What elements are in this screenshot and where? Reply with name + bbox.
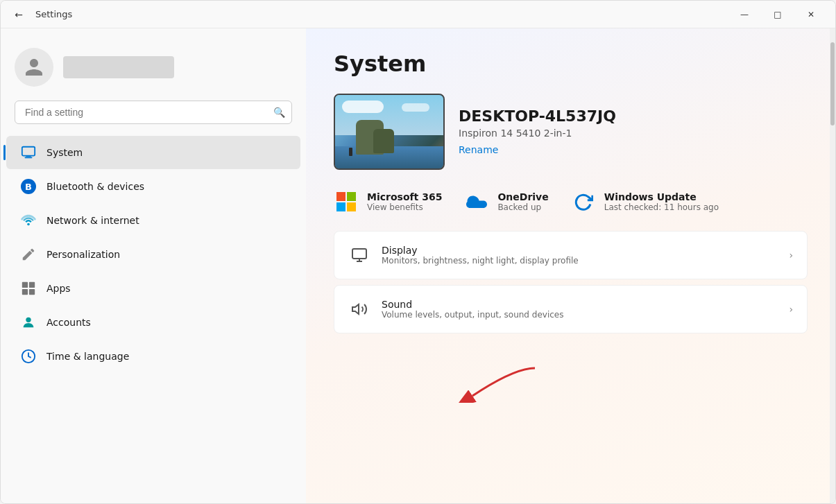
sound-chevron: ›	[789, 304, 793, 315]
display-icon	[348, 244, 370, 266]
svg-point-8	[26, 318, 31, 322]
bluetooth-icon: B	[20, 178, 37, 195]
sidebar-nav: System B Bluetooth & devices	[1, 135, 306, 374]
back-button[interactable]: ←	[9, 5, 28, 24]
apps-icon	[20, 280, 37, 297]
svg-rect-2	[25, 157, 33, 158]
scrollbar-thumb	[830, 42, 835, 125]
main-content: System DESKTOP-4L537JQ Inspiron 14 5410 …	[306, 28, 835, 503]
svg-rect-5	[29, 282, 35, 288]
search-box: 🔍	[15, 101, 292, 124]
setting-sound-left: Sound Volume levels, output, input, soun…	[348, 298, 563, 320]
device-info: DESKTOP-4L537JQ Inspiron 14 5410 2-in-1 …	[459, 107, 808, 156]
accounts-icon	[20, 314, 37, 331]
titlebar-title: Settings	[35, 9, 72, 19]
onedrive-subtitle: Backed up	[497, 202, 548, 212]
sidebar-item-network[interactable]: Network & internet	[6, 204, 300, 237]
titlebar-left: ← Settings	[9, 5, 72, 24]
microsoft365-subtitle[interactable]: View benefits	[367, 202, 442, 212]
setting-sound-sub: Volume levels, output, input, sound devi…	[382, 310, 563, 320]
sidebar-item-apps[interactable]: Apps	[6, 272, 300, 305]
user-profile	[1, 40, 306, 101]
setting-display-left: Display Monitors, brightness, night ligh…	[348, 244, 579, 266]
minimize-button[interactable]: —	[728, 3, 760, 26]
onedrive-icon	[464, 189, 489, 214]
personalization-icon	[20, 246, 37, 263]
close-button[interactable]: ✕	[795, 3, 827, 26]
svg-rect-6	[22, 289, 28, 295]
windowsupdate-subtitle: Last checked: 11 hours ago	[604, 202, 719, 212]
setting-display-title: Display	[382, 245, 579, 256]
content-area: 🔍 System B	[1, 28, 835, 503]
setting-row-display[interactable]: Display Monitors, brightness, night ligh…	[334, 231, 808, 279]
sidebar-item-bluetooth[interactable]: B Bluetooth & devices	[6, 170, 300, 203]
onedrive-card: OneDrive Backed up	[464, 189, 548, 214]
search-input[interactable]	[15, 101, 292, 124]
sidebar-item-accounts-label: Accounts	[46, 317, 91, 328]
avatar	[15, 48, 53, 87]
maximize-button[interactable]: □	[762, 3, 794, 26]
username-placeholder	[63, 56, 174, 78]
network-icon	[20, 212, 37, 229]
device-card: DESKTOP-4L537JQ Inspiron 14 5410 2-in-1 …	[334, 94, 808, 170]
windowsupdate-title: Windows Update	[604, 191, 719, 202]
system-icon	[20, 144, 37, 161]
microsoft365-card: Microsoft 365 View benefits	[334, 189, 442, 214]
scrollbar[interactable]	[830, 28, 835, 503]
device-rename-link[interactable]: Rename	[459, 144, 498, 155]
sidebar: 🔍 System B	[1, 28, 306, 503]
time-icon	[20, 348, 37, 365]
setting-display-info: Display Monitors, brightness, night ligh…	[382, 245, 579, 266]
windowsupdate-text: Windows Update Last checked: 11 hours ag…	[604, 191, 719, 212]
settings-window: ← Settings — □ ✕	[0, 0, 836, 504]
sidebar-item-apps-label: Apps	[46, 283, 71, 294]
sidebar-item-network-label: Network & internet	[46, 215, 139, 226]
sidebar-item-time[interactable]: Time & language	[6, 340, 300, 373]
sidebar-item-personalization[interactable]: Personalization	[6, 238, 300, 271]
sidebar-item-personalization-label: Personalization	[46, 249, 120, 260]
sidebar-item-system[interactable]: System	[6, 136, 300, 169]
titlebar: ← Settings — □ ✕	[1, 1, 835, 28]
device-model: Inspiron 14 5410 2-in-1	[459, 128, 808, 139]
titlebar-controls: — □ ✕	[728, 3, 827, 26]
sidebar-item-time-label: Time & language	[46, 351, 129, 362]
page-title: System	[334, 51, 808, 77]
microsoft365-text: Microsoft 365 View benefits	[367, 191, 442, 212]
search-icon: 🔍	[273, 107, 285, 118]
display-chevron: ›	[789, 250, 793, 261]
sound-icon	[348, 298, 370, 320]
svg-rect-0	[22, 147, 35, 156]
device-image	[334, 94, 445, 170]
windowsupdate-card: Windows Update Last checked: 11 hours ag…	[571, 189, 719, 214]
onedrive-text: OneDrive Backed up	[497, 191, 548, 212]
arrow-annotation	[459, 361, 542, 406]
microsoft365-icon	[334, 189, 359, 214]
microsoft365-title: Microsoft 365	[367, 191, 442, 202]
setting-sound-info: Sound Volume levels, output, input, soun…	[382, 299, 563, 320]
windowsupdate-icon	[571, 189, 596, 214]
svg-rect-4	[22, 282, 28, 288]
onedrive-title: OneDrive	[497, 191, 548, 202]
svg-point-3	[27, 223, 30, 226]
sidebar-item-system-label: System	[46, 147, 83, 158]
settings-list: Display Monitors, brightness, night ligh…	[334, 231, 808, 333]
svg-rect-1	[26, 156, 31, 157]
sidebar-item-bluetooth-label: Bluetooth & devices	[46, 181, 144, 192]
svg-rect-10	[352, 249, 366, 259]
setting-display-sub: Monitors, brightness, night light, displ…	[382, 256, 579, 266]
info-cards: Microsoft 365 View benefits OneDrive Bac…	[334, 189, 808, 214]
device-name: DESKTOP-4L537JQ	[459, 107, 808, 125]
setting-row-sound[interactable]: Sound Volume levels, output, input, soun…	[334, 285, 808, 333]
svg-marker-11	[352, 304, 359, 314]
setting-sound-title: Sound	[382, 299, 563, 310]
sidebar-item-accounts[interactable]: Accounts	[6, 306, 300, 339]
svg-rect-7	[29, 289, 35, 295]
